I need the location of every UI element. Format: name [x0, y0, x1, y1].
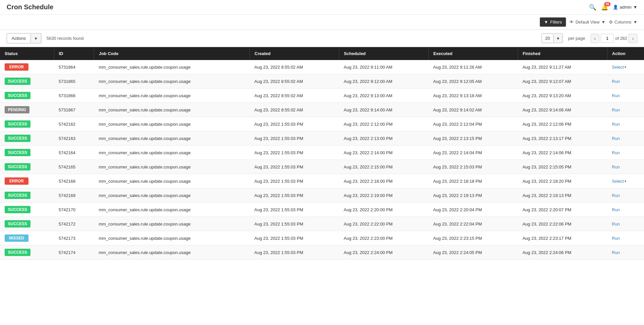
run-action-link[interactable]: Run [612, 79, 620, 84]
cell-scheduled: Aug 23, 2022 9:13:00 AM [339, 89, 429, 103]
run-action-link[interactable]: Run [612, 93, 620, 98]
select-action-link[interactable]: Select [612, 65, 624, 70]
cell-action[interactable]: Run [607, 203, 644, 217]
table-row: ERROR5731864mm_consumer_sales.rule.updat… [0, 60, 644, 74]
cell-id: 5731867 [54, 103, 94, 117]
cell-scheduled: Aug 23, 2022 2:18:00 PM [339, 174, 429, 188]
col-id: ID [54, 47, 94, 60]
select-caret-icon: ▾ [624, 179, 626, 183]
cell-action[interactable]: Run [607, 217, 644, 231]
status-badge: MISSED [5, 234, 28, 242]
run-action-link[interactable]: Run [612, 250, 620, 255]
next-page-button[interactable]: › [628, 34, 637, 43]
run-action-link[interactable]: Run [612, 136, 620, 141]
cell-executed: Aug 23, 2022 2:23:15 PM [428, 231, 518, 245]
cell-finished: Aug 23, 2022 2:23:17 PM [518, 231, 607, 245]
run-action-link[interactable]: Run [612, 236, 620, 241]
status-badge: PENDING [5, 106, 29, 113]
cell-action[interactable]: Run [607, 103, 644, 117]
cron-table: Status ID Job Code Created Scheduled Exe… [0, 47, 644, 260]
table-row: SUCCESS5742169mm_consumer_sales.rule.upd… [0, 188, 644, 203]
cell-action[interactable]: Run [607, 74, 644, 89]
cell-action[interactable]: Run [607, 146, 644, 160]
cell-action[interactable]: Run [607, 160, 644, 174]
col-created: Created [250, 47, 339, 60]
run-action-link[interactable]: Run [612, 122, 620, 127]
cell-finished: Aug 23, 2022 9:13:20 AM [518, 89, 607, 103]
prev-page-button[interactable]: ‹ [591, 34, 600, 43]
cell-id: 5742169 [54, 188, 94, 203]
select-action-link[interactable]: Select [612, 179, 624, 184]
cell-action[interactable]: Select ▾ [607, 174, 644, 188]
cell-executed: Aug 23, 2022 9:12:05 AM [428, 74, 518, 89]
cell-action[interactable]: Run [607, 231, 644, 245]
status-badge: SUCCESS [5, 135, 30, 142]
cell-executed: Aug 23, 2022 9:11:26 AM [428, 60, 518, 74]
cell-job-code: mm_consumer_sales.rule.update.coupon.usa… [94, 146, 250, 160]
cell-created: Aug 23, 2022 8:55:02 AM [250, 103, 339, 117]
run-action-link[interactable]: Run [612, 193, 620, 198]
search-button[interactable]: 🔍 [589, 4, 596, 11]
top-bar: Cron Schedule 🔍 🔔 36 👤 admin ▼ [0, 0, 644, 15]
cell-scheduled: Aug 23, 2022 9:12:00 AM [339, 74, 429, 89]
filters-button[interactable]: ▼ Filters [540, 17, 566, 27]
cell-id: 5742170 [54, 203, 94, 217]
actions-arrow-icon[interactable]: ▼ [30, 34, 41, 43]
cell-created: Aug 23, 2022 1:55:03 PM [250, 131, 339, 146]
cell-job-code: mm_consumer_sales.rule.update.coupon.usa… [94, 60, 250, 74]
cell-action[interactable]: Run [607, 188, 644, 203]
controls-right: 20 ▼ per page ‹ of 282 › [542, 33, 637, 43]
cell-created: Aug 23, 2022 1:55:03 PM [250, 217, 339, 231]
cell-id: 5742173 [54, 231, 94, 245]
cell-job-code: mm_consumer_sales.rule.update.coupon.usa… [94, 131, 250, 146]
run-action-link[interactable]: Run [612, 222, 620, 227]
run-action-link[interactable]: Run [612, 150, 620, 155]
cell-status: ERROR [0, 60, 54, 74]
cell-action[interactable]: Select ▾ [607, 60, 644, 74]
cell-created: Aug 23, 2022 1:55:03 PM [250, 231, 339, 245]
filters-label: Filters [550, 20, 562, 25]
status-badge: SUCCESS [5, 220, 30, 228]
cell-scheduled: Aug 23, 2022 2:15:00 PM [339, 160, 429, 174]
actions-dropdown[interactable]: Actions ▼ [7, 33, 41, 43]
cell-job-code: mm_consumer_sales.rule.update.coupon.usa… [94, 103, 250, 117]
cell-id: 5731865 [54, 74, 94, 89]
cell-status: SUCCESS [0, 146, 54, 160]
cell-job-code: mm_consumer_sales.rule.update.coupon.usa… [94, 174, 250, 188]
cell-finished: Aug 23, 2022 2:12:06 PM [518, 117, 607, 131]
notifications-button[interactable]: 🔔 36 [601, 4, 608, 11]
top-bar-right: 🔍 🔔 36 👤 admin ▼ [589, 4, 637, 11]
cell-action[interactable]: Run [607, 245, 644, 260]
view-button[interactable]: 👁 Default View ▼ [569, 20, 606, 25]
user-menu-button[interactable]: 👤 admin ▼ [613, 5, 637, 10]
table-row: SUCCESS5742174mm_consumer_sales.rule.upd… [0, 245, 644, 260]
cell-job-code: mm_consumer_sales.rule.update.coupon.usa… [94, 245, 250, 260]
select-caret-icon: ▾ [624, 65, 626, 69]
col-action: Action [607, 47, 644, 60]
col-status: Status [0, 47, 54, 60]
per-page-arrow-icon[interactable]: ▼ [553, 34, 563, 42]
cell-action[interactable]: Run [607, 131, 644, 146]
run-action-link[interactable]: Run [612, 207, 620, 212]
status-badge: SUCCESS [5, 92, 30, 99]
cell-action[interactable]: Run [607, 117, 644, 131]
view-caret-icon: ▼ [601, 20, 606, 25]
cell-action[interactable]: Run [607, 89, 644, 103]
controls-row: Actions ▼ 5630 records found 20 ▼ per pa… [0, 30, 644, 47]
page-number-input[interactable] [601, 34, 614, 43]
columns-caret-icon: ▼ [633, 20, 637, 25]
cell-id: 5742162 [54, 117, 94, 131]
run-action-link[interactable]: Run [612, 107, 620, 112]
cell-id: 5742165 [54, 160, 94, 174]
table-row: PENDING5731867mm_consumer_sales.rule.upd… [0, 103, 644, 117]
cell-id: 5742164 [54, 146, 94, 160]
per-page-dropdown[interactable]: 20 ▼ [542, 33, 563, 43]
table-row: SUCCESS5742165mm_consumer_sales.rule.upd… [0, 160, 644, 174]
table-row: SUCCESS5742163mm_consumer_sales.rule.upd… [0, 131, 644, 146]
cell-scheduled: Aug 23, 2022 2:20:00 PM [339, 203, 429, 217]
cell-status: MISSED [0, 231, 54, 245]
columns-button[interactable]: ⚙ Columns ▼ [609, 20, 637, 25]
run-action-link[interactable]: Run [612, 164, 620, 169]
cell-finished: Aug 23, 2022 9:11:27 AM [518, 60, 607, 74]
cell-status: SUCCESS [0, 74, 54, 89]
